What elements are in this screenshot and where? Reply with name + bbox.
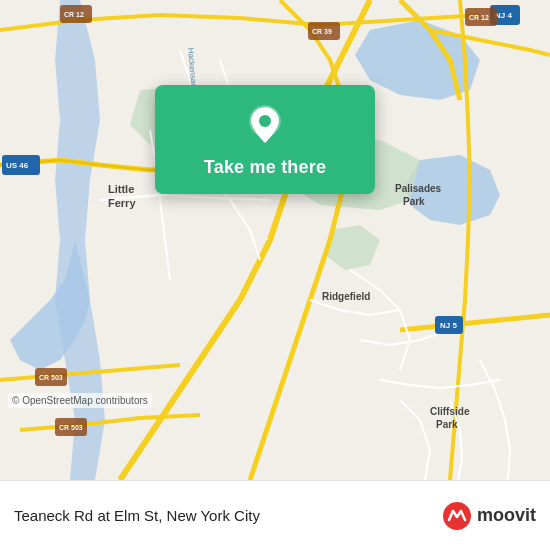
svg-text:CR 503: CR 503 [59, 424, 83, 431]
svg-text:NJ 5: NJ 5 [440, 321, 457, 330]
osm-attribution: © OpenStreetMap contributors [8, 393, 152, 408]
svg-point-26 [259, 115, 271, 127]
moovit-icon [441, 500, 473, 532]
moovit-logo: moovit [441, 500, 536, 532]
map-container: US 46 NJ 4 CR 12 CR 12 CR 39 CR 503 CR 5… [0, 0, 550, 480]
svg-text:Ridgefield: Ridgefield [322, 291, 370, 302]
map-svg: US 46 NJ 4 CR 12 CR 12 CR 39 CR 503 CR 5… [0, 0, 550, 480]
svg-text:CR 39: CR 39 [312, 28, 332, 35]
svg-text:Park: Park [403, 196, 425, 207]
svg-text:Ferry: Ferry [108, 197, 136, 209]
overlay-card: Take me there [155, 85, 375, 194]
location-pin-icon [243, 103, 287, 147]
svg-text:CR 12: CR 12 [64, 11, 84, 18]
svg-text:CR 12: CR 12 [469, 14, 489, 21]
svg-text:Palisades: Palisades [395, 183, 442, 194]
svg-text:NJ 4: NJ 4 [495, 11, 512, 20]
moovit-logo-text: moovit [477, 505, 536, 526]
bottom-bar: Teaneck Rd at Elm St, New York City moov… [0, 480, 550, 550]
svg-text:US 46: US 46 [6, 161, 29, 170]
svg-text:Little: Little [108, 183, 134, 195]
svg-text:CR 503: CR 503 [39, 374, 63, 381]
svg-text:Park: Park [436, 419, 458, 430]
svg-text:Cliffside: Cliffside [430, 406, 470, 417]
location-text: Teaneck Rd at Elm St, New York City [14, 507, 260, 524]
take-me-there-button[interactable]: Take me there [204, 157, 326, 178]
